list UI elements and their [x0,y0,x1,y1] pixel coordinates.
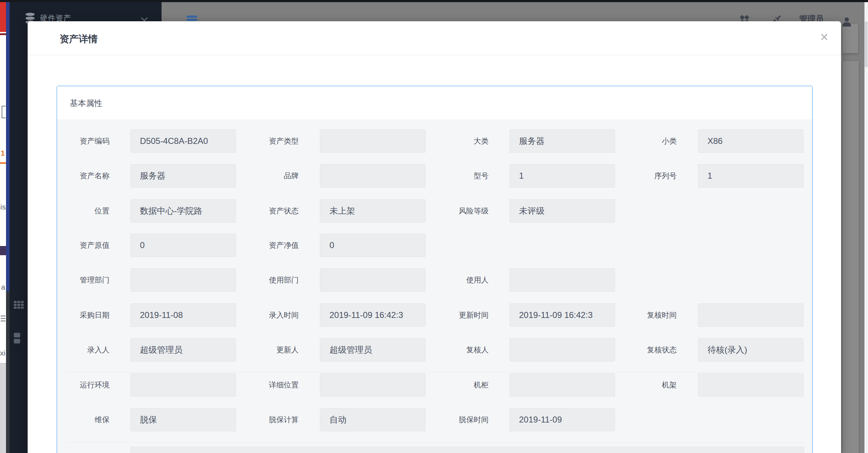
field-label: 复核状态 [585,338,677,362]
field-input: X86 [698,129,804,153]
person-icon[interactable] [842,17,851,27]
field-label: 资产编码 [57,129,109,153]
field-label: 录入人 [57,338,109,362]
background-logo-fragment [0,2,6,32]
sidebar-menu-hardware-assets[interactable]: 硬件资产 [10,2,162,22]
field-label: 风险等级 [396,199,489,223]
field-label: 更新时间 [396,303,489,327]
sidebar-table-icon[interactable] [14,301,24,309]
field-label: 录入时间 [207,303,299,327]
form-row: 维保脱保脱保计算自动脱保时间2019-11-09 [57,408,812,431]
form-row: 采购日期2019-11-08录入时间2019-11-09 16:42:3更新时间… [57,303,812,327]
field-input: 1 [698,164,804,188]
field-input: 待核(录入) [698,338,804,362]
section-divider [67,372,804,372]
field-label: 脱保时间 [396,408,489,431]
form-row: 资产编码D505-4C8A-B2A0资产类型大类服务器小类X86 [57,129,812,153]
field-input: 0 [320,234,425,257]
grey-fragment [0,364,6,453]
grey-window-strip [6,291,10,453]
background-window-edge: 1 is a xi [0,2,6,453]
list-icon [0,315,5,323]
page-scrollbar[interactable] [864,2,868,453]
field-input: 未评级 [509,199,615,223]
field-label: 运行环境 [57,373,109,397]
form-row: 资产名称服务器品牌型号1序列号1 [57,164,812,188]
field-label: 采购日期 [57,303,109,327]
field-label: 脱保计算 [207,408,299,431]
background-card [842,24,858,53]
form-row: 运行环境详细位置机柜机架 [57,373,812,397]
field-label: 使用人 [396,268,489,292]
purple-bar-fragment [0,246,6,255]
text-fragment-a: a [1,283,5,291]
field-input [509,268,615,292]
chevron-down-icon [141,15,147,21]
form-row: 配置描述 [57,447,812,453]
field-label: 维保 [57,408,109,431]
field-label: 品牌 [207,164,299,188]
form-row: 录入人超级管理员更新人超级管理员复核人复核状态待核(录入) [57,338,812,362]
basic-attributes-panel: 基本属性 资产编码D505-4C8A-B2A0资产类型大类服务器小类X86资产名… [57,86,813,453]
field-input [698,303,804,327]
text-fragment-is: is [0,203,6,211]
field-label: 机架 [585,373,677,397]
orange-underline-fragment [0,162,6,164]
field-label: 更新人 [207,338,299,362]
field-label: 资产原值 [57,234,109,257]
form-row: 资产原值0资产净值0 [57,234,812,257]
field-label: 型号 [396,164,489,188]
field-input [698,373,804,397]
scrollbar-thumb[interactable] [865,21,868,67]
field-input [130,447,804,453]
background-bar-fragment [0,33,6,35]
field-label: 详细位置 [207,373,299,397]
sidebar-layers-icon[interactable] [14,333,20,345]
field-label: 资产类型 [207,129,299,153]
user-menu[interactable]: 管理员 [799,13,824,21]
field-label: 机柜 [396,373,489,397]
blue-window-strip [6,2,10,291]
section-divider [67,442,804,443]
field-input: 2019-11-09 [509,408,615,431]
field-label: 使用部门 [207,268,299,292]
field-label: 资产净值 [207,234,299,257]
field-label: 资产状态 [207,199,299,223]
asset-detail-modal: 资产详情 × 基本属性 资产编码D505-4C8A-B2A0资产类型大类服务器小… [28,21,841,453]
form-row: 管理部门使用部门使用人 [57,268,812,292]
field-label: 位置 [57,199,109,223]
field-label: 序列号 [585,164,677,188]
text-fragment-xi: xi [0,349,5,357]
field-label: 复核人 [396,338,489,362]
orange-text-fragment: 1 [1,149,5,157]
close-icon[interactable]: × [820,30,828,44]
background-card [842,61,859,453]
panel-legend: 基本属性 [70,98,102,109]
form-row: 位置数据中心-学院路资产状态未上架风险等级未评级 [57,199,812,223]
bracket-fragment [1,106,6,118]
field-label: 大类 [396,129,489,153]
field-label: 管理部门 [57,268,109,292]
modal-title: 资产详情 [60,33,98,45]
modal-header: 资产详情 × [28,21,841,55]
field-label: 资产名称 [57,164,109,188]
field-label: 配置描述 [57,447,109,453]
panel-header: 基本属性 [57,86,812,119]
field-label: 小类 [585,129,677,153]
field-label: 复核时间 [585,303,677,327]
